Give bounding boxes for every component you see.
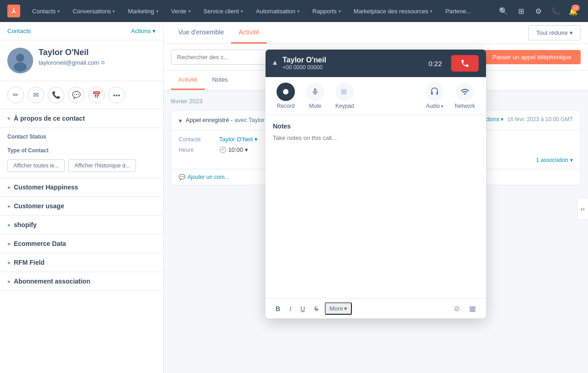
abonnement-section[interactable]: ▾ Abonnement association [0, 272, 163, 291]
chevron-icon: ▾ [7, 116, 10, 122]
chevron-right-icon: ▾ [6, 223, 12, 226]
left-sidebar: Contacts Actions ▾ Taylor O'Neil tayloro… [0, 22, 164, 373]
call-contact-phone: +00 0000 00000 [283, 64, 423, 71]
call-header: ▾ Taylor O'neil +00 0000 00000 0:22 [266, 50, 486, 77]
calendar-button[interactable]: 📅 [88, 87, 105, 103]
nav-contacts[interactable]: Contacts ▾ [28, 6, 64, 17]
time-chevron-icon[interactable]: ▾ [245, 146, 248, 153]
contact-value[interactable]: Taylor O'Neil ▾ [219, 136, 258, 143]
heure-label: Heure [179, 147, 215, 153]
chevron-down-icon: ▾ [344, 305, 347, 312]
time-value: 🕙 10:00 ▾ [219, 146, 248, 153]
search-button[interactable]: 🔍 [496, 4, 511, 18]
phone-call-button[interactable]: Passer un appel téléphonique [483, 50, 581, 64]
customer-happiness-section[interactable]: ▾ Customer Happiness [0, 178, 163, 197]
keypad-label: Keypad [335, 103, 354, 109]
svg-point-4 [283, 89, 288, 95]
notes-title: Notes [273, 122, 479, 130]
chevron-down-icon: ▾ [241, 9, 243, 14]
nav-marketing[interactable]: Marketing ▾ [123, 6, 163, 17]
more-actions-button[interactable]: ••• [108, 87, 125, 103]
record-control[interactable]: Record [277, 83, 295, 109]
notifications-button[interactable]: 🔔 12 [566, 4, 581, 18]
chevron-down-icon: ▾ [570, 29, 573, 36]
record-icon [277, 83, 295, 101]
activity-tab-activite[interactable]: Activité [171, 71, 205, 90]
message-button[interactable]: 💬 [68, 87, 85, 103]
audio-chevron-icon: ▾ [441, 104, 443, 109]
call-overlay: ▾ Taylor O'neil +00 0000 00000 0:22 [266, 50, 486, 318]
email-button[interactable]: ✉ [28, 87, 44, 103]
strikethrough-button[interactable]: S̶ [311, 303, 321, 314]
customer-usage-section[interactable]: ▾ Customer usage [0, 197, 163, 216]
italic-button[interactable]: I [287, 303, 294, 314]
insert-icon-button[interactable]: ⊘ [451, 302, 463, 315]
associations-button[interactable]: 1 association ▾ [536, 157, 573, 163]
chevron-down-icon: ▾ [113, 9, 115, 14]
audio-control[interactable]: Audio ▾ [425, 83, 444, 109]
chevron-down-icon: ▾ [254, 136, 258, 143]
show-history-button[interactable]: Afficher l'historique d... [68, 159, 136, 172]
activity-icon: ▾ [179, 117, 182, 124]
nav-marketplace[interactable]: Marketplace des ressources ▾ [349, 6, 437, 17]
about-section-header[interactable]: ▾ À propos de ce contact [0, 109, 163, 128]
svg-point-3 [14, 62, 27, 72]
breadcrumb-contacts[interactable]: Contacts [7, 28, 31, 34]
chevron-right-icon: ▾ [6, 280, 12, 283]
nav-rapports[interactable]: Rapports ▾ [308, 6, 345, 17]
contact-action-buttons: ✏ ✉ 📞 💬 📅 ••• [0, 81, 163, 109]
activity-tab-notes[interactable]: Notes [205, 71, 235, 90]
keypad-control[interactable]: Keypad [335, 83, 354, 109]
nav-service[interactable]: Service client ▾ [199, 6, 248, 17]
call-timer: 0:22 [429, 60, 442, 67]
nav-automatisation[interactable]: Automatisation ▾ [251, 6, 304, 17]
actions-button[interactable]: Actions ▾ [131, 28, 156, 34]
edit-button[interactable]: ✏ [7, 87, 24, 103]
network-label: Network [455, 103, 475, 109]
call-button[interactable]: 📞 [48, 87, 64, 103]
end-call-button[interactable] [451, 55, 479, 72]
phone-button[interactable]: 📞 [548, 4, 563, 18]
notes-textarea[interactable] [273, 134, 479, 289]
call-notes-area: Notes [266, 115, 486, 298]
more-formatting-button[interactable]: More ▾ [325, 302, 352, 315]
apps-button[interactable]: ⊞ [514, 4, 528, 18]
show-all-button[interactable]: Afficher toutes le... [7, 159, 65, 172]
contact-info-section: Taylor O'Neil tayloroneil@gmail.com ⧉ [0, 40, 163, 81]
tab-activite[interactable]: Activité [231, 22, 266, 44]
notification-badge: 12 [571, 5, 580, 11]
nav-vente[interactable]: Vente ▾ [167, 6, 195, 17]
hubspot-logo [7, 5, 20, 17]
audio-icon [425, 83, 444, 101]
network-control[interactable]: Network [455, 83, 475, 109]
chevron-down-icon: ▾ [297, 9, 300, 14]
nav-partene[interactable]: Partene... [441, 6, 475, 17]
settings-button[interactable]: ⚙ [531, 4, 546, 18]
audio-label: Audio [426, 103, 440, 109]
rfm-field-section[interactable]: ▾ RFM Field [0, 253, 163, 272]
chevron-right-icon: ▾ [6, 205, 12, 207]
tab-overview[interactable]: Vue d'ensemble [171, 22, 231, 44]
shopify-section[interactable]: ▾ shopify [0, 216, 163, 234]
minimize-call-button[interactable]: ▾ [273, 58, 277, 68]
mute-icon [306, 83, 324, 101]
content-tabs-bar: Vue d'ensemble Activité Tout réduire ▾ [164, 22, 588, 44]
bold-button[interactable]: B [273, 303, 283, 314]
avatar [7, 48, 33, 73]
collapse-all-button[interactable]: Tout réduire ▾ [528, 25, 581, 40]
nav-conversations[interactable]: Conversations ▾ [68, 6, 119, 17]
copy-email-icon[interactable]: ⧉ [101, 60, 105, 66]
mute-control[interactable]: Mute [306, 83, 324, 109]
table-icon-button[interactable]: ▦ [466, 302, 479, 315]
contact-name: Taylor O'Neil [39, 48, 156, 57]
chevron-down-icon: ▾ [430, 9, 432, 14]
chevron-right-icon: ▾ [6, 186, 12, 189]
contact-email: tayloroneil@gmail.com ⧉ [39, 59, 156, 66]
sidebar-header: Contacts Actions ▾ [0, 22, 163, 40]
chevron-down-icon: ▾ [570, 157, 573, 163]
right-panel-toggle[interactable]: ‹‹ [577, 198, 588, 220]
underline-button[interactable]: U [298, 303, 308, 314]
ecommerce-section[interactable]: ▾ Ecommerce Data [0, 234, 163, 253]
chevron-down-icon: ▾ [156, 9, 158, 14]
keypad-icon [335, 83, 354, 101]
